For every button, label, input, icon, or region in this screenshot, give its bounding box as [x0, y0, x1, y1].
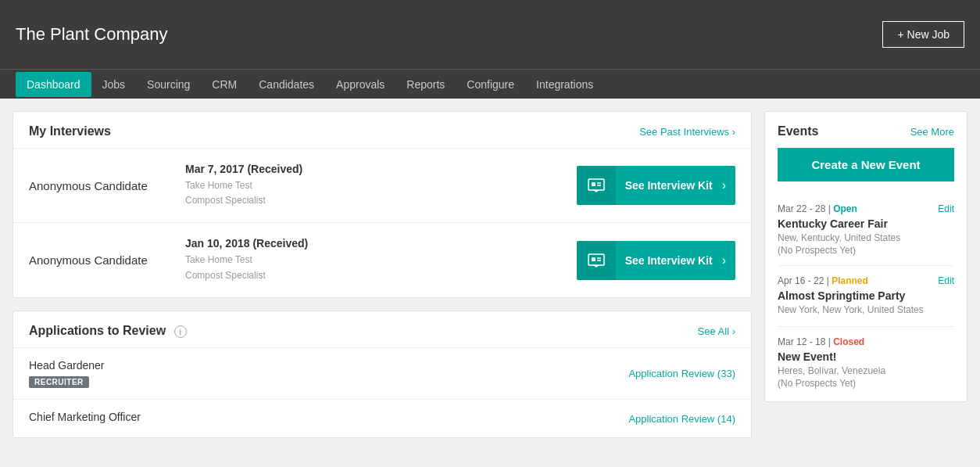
kit-btn-arrow-icon: › — [722, 253, 735, 268]
interview-date: Jan 10, 2018 (Received) — [185, 237, 561, 250]
applications-list: Head Gardener RECRUITER Application Revi… — [13, 348, 751, 437]
svg-rect-4 — [588, 254, 604, 265]
nav-item-crm[interactable]: CRM — [201, 72, 248, 97]
event-name: Kentucky Career Fair — [778, 217, 954, 230]
event-prospects: (No Prospects Yet) — [778, 378, 954, 389]
interview-date: Mar 7, 2017 (Received) — [185, 163, 561, 175]
interviews-card: My Interviews See Past Interviews › Anon… — [13, 111, 752, 298]
application-job-title: Chief Marketing Officer — [29, 411, 141, 423]
event-item: Mar 12 - 18 | Closed New Event! Heres, B… — [778, 327, 954, 401]
app-title: The Plant Company — [16, 24, 882, 45]
event-item: Mar 22 - 28 | Open Edit Kentucky Career … — [778, 194, 954, 266]
create-event-wrapper: Create a New Event — [765, 148, 967, 181]
event-location: New, Kentucky, United States — [778, 232, 954, 243]
application-review-link[interactable]: Application Review (14) — [628, 413, 735, 425]
interview-type: Take Home TestCompost Specialist — [185, 178, 561, 208]
create-new-event-button[interactable]: Create a New Event — [778, 148, 954, 181]
nav-item-reports[interactable]: Reports — [395, 72, 456, 97]
application-review-link[interactable]: Application Review (33) — [628, 368, 735, 379]
events-header: Events See More — [765, 112, 967, 148]
svg-rect-5 — [592, 257, 596, 261]
event-edit-link[interactable]: Edit — [938, 203, 954, 214]
see-interview-kit-button[interactable]: See Interview Kit › — [577, 241, 735, 280]
svg-rect-0 — [588, 179, 604, 190]
event-meta: Mar 22 - 28 | Open Edit — [778, 203, 954, 214]
application-job: Chief Marketing Officer — [29, 411, 141, 426]
applications-card: Applications to Review i See All › Head … — [13, 311, 752, 439]
event-date-range: Mar 22 - 28 | Open — [778, 203, 857, 214]
interviews-list: Anonymous Candidate Mar 7, 2017 (Receive… — [13, 149, 751, 297]
svg-rect-1 — [592, 182, 596, 186]
see-more-events-link[interactable]: See More — [910, 126, 954, 138]
main-content: My Interviews See Past Interviews › Anon… — [0, 99, 980, 451]
interview-type: Take Home TestCompost Specialist — [185, 253, 561, 282]
event-location: New York, New York, United States — [778, 304, 954, 315]
main-nav: Dashboard Jobs Sourcing CRM Candidates A… — [0, 69, 980, 99]
nav-item-integrations[interactable]: Integrations — [525, 72, 604, 97]
interview-details: Jan 10, 2018 (Received) Take Home TestCo… — [185, 237, 561, 282]
event-meta: Mar 12 - 18 | Closed — [778, 336, 954, 347]
nav-item-approvals[interactable]: Approvals — [325, 72, 395, 97]
kit-btn-label: See Interview Kit — [616, 179, 722, 192]
event-name: Almost Springtime Party — [778, 289, 954, 302]
see-interview-kit-button[interactable]: See Interview Kit › — [577, 166, 735, 205]
interview-kit-icon — [577, 241, 616, 280]
event-status-badge: Closed — [833, 336, 864, 347]
interviews-header: My Interviews See Past Interviews › — [13, 112, 751, 149]
event-edit-link[interactable]: Edit — [938, 275, 954, 286]
event-item: Apr 16 - 22 | Planned Edit Almost Spring… — [778, 266, 954, 327]
interview-details: Mar 7, 2017 (Received) Take Home TestCom… — [185, 163, 561, 208]
interview-row: Anonymous Candidate Jan 10, 2018 (Receiv… — [13, 223, 751, 296]
event-date-range: Apr 16 - 22 | Planned — [778, 275, 868, 286]
interviews-title: My Interviews — [29, 124, 111, 138]
event-name: New Event! — [778, 350, 954, 363]
nav-item-candidates[interactable]: Candidates — [248, 72, 325, 97]
application-row: Chief Marketing Officer Application Revi… — [13, 400, 751, 437]
nav-item-jobs[interactable]: Jobs — [91, 72, 137, 97]
event-date-range: Mar 12 - 18 | Closed — [778, 336, 864, 347]
candidate-name: Anonymous Candidate — [29, 253, 170, 267]
new-job-button[interactable]: + New Job — [882, 21, 964, 48]
kit-btn-arrow-icon: › — [722, 178, 735, 192]
application-job-title: Head Gardener — [29, 359, 105, 372]
nav-item-configure[interactable]: Configure — [456, 72, 525, 97]
events-list: Mar 22 - 28 | Open Edit Kentucky Career … — [765, 194, 967, 401]
event-prospects: (No Prospects Yet) — [778, 245, 954, 256]
applications-header: Applications to Review i See All › — [13, 311, 751, 349]
right-column: Events See More Create a New Event Mar 2… — [764, 111, 967, 438]
event-meta: Apr 16 - 22 | Planned Edit — [778, 275, 954, 286]
info-icon: i — [174, 325, 187, 338]
event-location: Heres, Bolívar, Venezuela — [778, 365, 954, 376]
recruiter-badge: RECRUITER — [29, 376, 89, 388]
see-past-interviews-link[interactable]: See Past Interviews › — [639, 126, 735, 138]
interview-kit-icon — [577, 166, 616, 205]
see-all-applications-link[interactable]: See All › — [698, 325, 735, 337]
applications-title: Applications to Review i — [29, 324, 187, 339]
events-title: Events — [778, 124, 818, 138]
application-job: Head Gardener RECRUITER — [29, 359, 105, 388]
nav-item-dashboard[interactable]: Dashboard — [16, 72, 91, 97]
event-status-badge: Planned — [832, 275, 868, 286]
interview-row: Anonymous Candidate Mar 7, 2017 (Receive… — [13, 149, 751, 223]
events-card: Events See More Create a New Event Mar 2… — [764, 111, 967, 402]
application-row: Head Gardener RECRUITER Application Revi… — [13, 348, 751, 400]
nav-item-sourcing[interactable]: Sourcing — [136, 72, 201, 97]
candidate-name: Anonymous Candidate — [29, 179, 170, 192]
event-status-badge: Open — [833, 203, 857, 214]
left-column: My Interviews See Past Interviews › Anon… — [13, 111, 752, 438]
kit-btn-label: See Interview Kit — [616, 254, 722, 267]
